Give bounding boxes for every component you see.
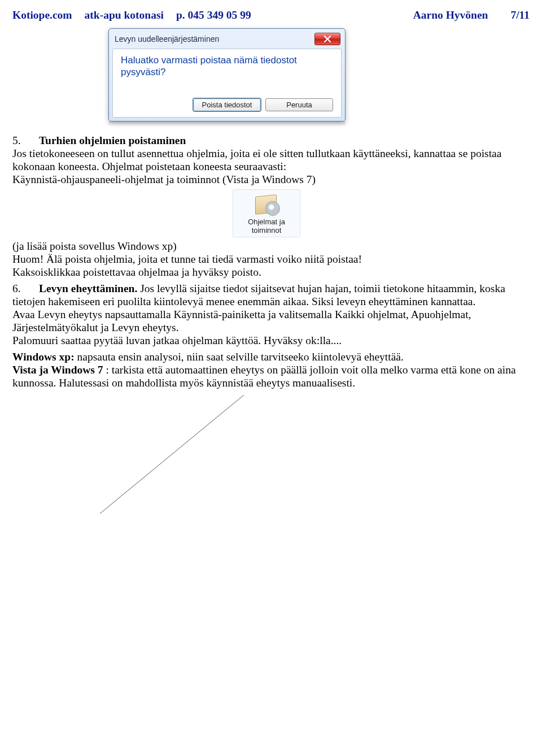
cp-label-l2: toiminnot — [252, 226, 282, 234]
section5-heading: 5. Turhien ohjelmien poistaminen — [12, 134, 530, 147]
site-name: Kotiope.com — [12, 9, 72, 21]
box-disc-icon — [253, 193, 280, 216]
tagline: atk-apu kotonasi — [85, 9, 164, 21]
author: Aarno Hyvönen — [413, 9, 488, 21]
section6-w7: Vista ja Windows 7 : tarkista että autom… — [12, 363, 530, 389]
dialog-msg-line2: pysyvästi? — [121, 67, 165, 77]
section5-p5: Kaksoisklikkaa poistettavaa ohjelmaa ja … — [12, 266, 530, 279]
dialog-message: Haluatko varmasti poistaa nämä tiedostot… — [121, 55, 333, 78]
section5-p3: (ja lisää poista sovellus Windows xp) — [12, 240, 530, 253]
cancel-button[interactable]: Peruuta — [265, 98, 333, 111]
diagonal-line-icon — [97, 395, 266, 519]
page-header: Kotiope.com atk-apu kotonasi p. 045 349 … — [12, 9, 530, 21]
dialog-msg-line1: Haluatko varmasti poistaa nämä tiedostot — [121, 55, 297, 66]
section5-num: 5. — [12, 134, 36, 147]
dialog-titlebar: Levyn uudelleenjärjestäminen — [112, 32, 342, 49]
section6-p3: Palomuuri saattaa pyytää luvan jatkaa oh… — [12, 334, 530, 347]
xp-rest: napsauta ensin analysoi, niin saat selvi… — [77, 351, 404, 363]
dialog-title: Levyn uudelleenjärjestäminen — [115, 34, 314, 44]
cp-label-l1: Ohjelmat ja — [248, 218, 285, 226]
programs-and-features-icon[interactable]: Ohjelmat ja toiminnot — [233, 189, 300, 237]
close-icon[interactable] — [314, 33, 340, 45]
section6-title: Levyn eheyttäminen. — [39, 283, 137, 294]
section6-num: 6. — [12, 282, 36, 295]
w7-label: Vista ja Windows 7 — [12, 364, 103, 376]
section5-p4: Huom! Älä poista ohjelmia, joita et tunn… — [12, 253, 530, 266]
section6-p2: Avaa Levyn eheytys napsauttamalla Käynni… — [12, 308, 530, 334]
section5-title: Turhien ohjelmien poistaminen — [39, 134, 186, 146]
dialog-screenshot: Levyn uudelleenjärjestäminen Haluatko va… — [108, 28, 346, 126]
delete-files-button[interactable]: Poista tiedostot — [193, 98, 261, 111]
svg-line-0 — [100, 395, 244, 514]
section6-xp: Windows xp: napsauta ensin analysoi, nii… — [12, 350, 530, 363]
xp-label: Windows xp: — [12, 351, 75, 363]
page-number: 7/11 — [510, 9, 530, 21]
section5-p1: Jos tietokoneeseen on tullut asennettua … — [12, 147, 530, 173]
footer-decor — [12, 389, 530, 536]
phone: p. 045 349 05 99 — [176, 9, 251, 21]
section6-block: 6. Levyn eheyttäminen. Jos levyllä sijai… — [12, 282, 530, 308]
section5-p2: Käynnistä-ohjauspaneeli-ohjelmat ja toim… — [12, 173, 530, 186]
